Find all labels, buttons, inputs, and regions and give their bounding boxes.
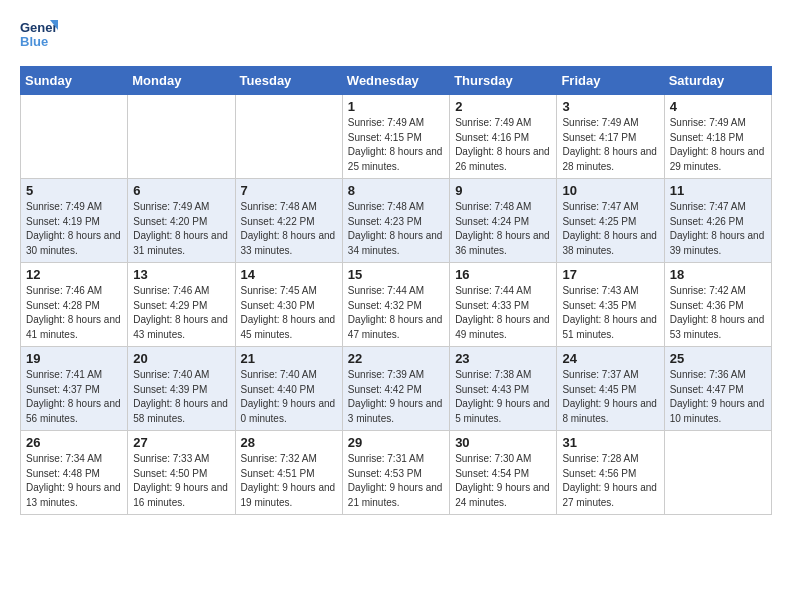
day-cell-12: 12Sunrise: 7:46 AM Sunset: 4:28 PM Dayli… [21,263,128,347]
day-number: 31 [562,435,658,450]
day-cell-10: 10Sunrise: 7:47 AM Sunset: 4:25 PM Dayli… [557,179,664,263]
weekday-header-row: SundayMondayTuesdayWednesdayThursdayFrid… [21,67,772,95]
day-info: Sunrise: 7:30 AM Sunset: 4:54 PM Dayligh… [455,452,551,510]
day-cell-21: 21Sunrise: 7:40 AM Sunset: 4:40 PM Dayli… [235,347,342,431]
day-number: 3 [562,99,658,114]
day-info: Sunrise: 7:43 AM Sunset: 4:35 PM Dayligh… [562,284,658,342]
logo-icon: General Blue [20,16,58,52]
day-info: Sunrise: 7:45 AM Sunset: 4:30 PM Dayligh… [241,284,337,342]
day-cell-28: 28Sunrise: 7:32 AM Sunset: 4:51 PM Dayli… [235,431,342,515]
weekday-tuesday: Tuesday [235,67,342,95]
empty-cell [21,95,128,179]
day-info: Sunrise: 7:48 AM Sunset: 4:23 PM Dayligh… [348,200,444,258]
day-cell-18: 18Sunrise: 7:42 AM Sunset: 4:36 PM Dayli… [664,263,771,347]
day-number: 10 [562,183,658,198]
day-cell-8: 8Sunrise: 7:48 AM Sunset: 4:23 PM Daylig… [342,179,449,263]
day-number: 15 [348,267,444,282]
day-cell-20: 20Sunrise: 7:40 AM Sunset: 4:39 PM Dayli… [128,347,235,431]
day-number: 9 [455,183,551,198]
empty-cell [235,95,342,179]
day-info: Sunrise: 7:48 AM Sunset: 4:24 PM Dayligh… [455,200,551,258]
day-number: 13 [133,267,229,282]
day-info: Sunrise: 7:49 AM Sunset: 4:20 PM Dayligh… [133,200,229,258]
week-row-3: 12Sunrise: 7:46 AM Sunset: 4:28 PM Dayli… [21,263,772,347]
day-number: 22 [348,351,444,366]
day-info: Sunrise: 7:39 AM Sunset: 4:42 PM Dayligh… [348,368,444,426]
day-cell-19: 19Sunrise: 7:41 AM Sunset: 4:37 PM Dayli… [21,347,128,431]
logo: General Blue [20,16,62,56]
day-info: Sunrise: 7:36 AM Sunset: 4:47 PM Dayligh… [670,368,766,426]
day-info: Sunrise: 7:49 AM Sunset: 4:18 PM Dayligh… [670,116,766,174]
day-number: 4 [670,99,766,114]
day-number: 27 [133,435,229,450]
day-info: Sunrise: 7:47 AM Sunset: 4:25 PM Dayligh… [562,200,658,258]
main-container: General Blue SundayMondayTuesdayWednesda… [0,0,792,531]
day-number: 30 [455,435,551,450]
day-cell-23: 23Sunrise: 7:38 AM Sunset: 4:43 PM Dayli… [450,347,557,431]
header-row: General Blue [20,16,772,56]
day-cell-30: 30Sunrise: 7:30 AM Sunset: 4:54 PM Dayli… [450,431,557,515]
day-cell-5: 5Sunrise: 7:49 AM Sunset: 4:19 PM Daylig… [21,179,128,263]
weekday-thursday: Thursday [450,67,557,95]
day-number: 20 [133,351,229,366]
day-info: Sunrise: 7:32 AM Sunset: 4:51 PM Dayligh… [241,452,337,510]
day-info: Sunrise: 7:34 AM Sunset: 4:48 PM Dayligh… [26,452,122,510]
day-cell-1: 1Sunrise: 7:49 AM Sunset: 4:15 PM Daylig… [342,95,449,179]
day-cell-14: 14Sunrise: 7:45 AM Sunset: 4:30 PM Dayli… [235,263,342,347]
day-info: Sunrise: 7:44 AM Sunset: 4:32 PM Dayligh… [348,284,444,342]
day-info: Sunrise: 7:47 AM Sunset: 4:26 PM Dayligh… [670,200,766,258]
empty-cell [664,431,771,515]
day-cell-7: 7Sunrise: 7:48 AM Sunset: 4:22 PM Daylig… [235,179,342,263]
day-number: 19 [26,351,122,366]
calendar-table: SundayMondayTuesdayWednesdayThursdayFrid… [20,66,772,515]
day-info: Sunrise: 7:49 AM Sunset: 4:19 PM Dayligh… [26,200,122,258]
day-number: 12 [26,267,122,282]
day-info: Sunrise: 7:46 AM Sunset: 4:28 PM Dayligh… [26,284,122,342]
day-info: Sunrise: 7:40 AM Sunset: 4:39 PM Dayligh… [133,368,229,426]
week-row-1: 1Sunrise: 7:49 AM Sunset: 4:15 PM Daylig… [21,95,772,179]
day-number: 7 [241,183,337,198]
weekday-saturday: Saturday [664,67,771,95]
day-number: 29 [348,435,444,450]
day-cell-29: 29Sunrise: 7:31 AM Sunset: 4:53 PM Dayli… [342,431,449,515]
day-info: Sunrise: 7:40 AM Sunset: 4:40 PM Dayligh… [241,368,337,426]
day-info: Sunrise: 7:31 AM Sunset: 4:53 PM Dayligh… [348,452,444,510]
week-row-4: 19Sunrise: 7:41 AM Sunset: 4:37 PM Dayli… [21,347,772,431]
day-number: 28 [241,435,337,450]
day-number: 8 [348,183,444,198]
weekday-friday: Friday [557,67,664,95]
day-number: 25 [670,351,766,366]
day-info: Sunrise: 7:49 AM Sunset: 4:17 PM Dayligh… [562,116,658,174]
day-cell-27: 27Sunrise: 7:33 AM Sunset: 4:50 PM Dayli… [128,431,235,515]
day-number: 1 [348,99,444,114]
day-info: Sunrise: 7:46 AM Sunset: 4:29 PM Dayligh… [133,284,229,342]
day-info: Sunrise: 7:41 AM Sunset: 4:37 PM Dayligh… [26,368,122,426]
day-cell-6: 6Sunrise: 7:49 AM Sunset: 4:20 PM Daylig… [128,179,235,263]
day-cell-11: 11Sunrise: 7:47 AM Sunset: 4:26 PM Dayli… [664,179,771,263]
day-cell-22: 22Sunrise: 7:39 AM Sunset: 4:42 PM Dayli… [342,347,449,431]
day-cell-9: 9Sunrise: 7:48 AM Sunset: 4:24 PM Daylig… [450,179,557,263]
day-number: 11 [670,183,766,198]
week-row-2: 5Sunrise: 7:49 AM Sunset: 4:19 PM Daylig… [21,179,772,263]
day-number: 5 [26,183,122,198]
day-number: 24 [562,351,658,366]
day-info: Sunrise: 7:44 AM Sunset: 4:33 PM Dayligh… [455,284,551,342]
day-cell-13: 13Sunrise: 7:46 AM Sunset: 4:29 PM Dayli… [128,263,235,347]
day-info: Sunrise: 7:48 AM Sunset: 4:22 PM Dayligh… [241,200,337,258]
day-cell-16: 16Sunrise: 7:44 AM Sunset: 4:33 PM Dayli… [450,263,557,347]
day-cell-17: 17Sunrise: 7:43 AM Sunset: 4:35 PM Dayli… [557,263,664,347]
day-number: 26 [26,435,122,450]
day-cell-3: 3Sunrise: 7:49 AM Sunset: 4:17 PM Daylig… [557,95,664,179]
empty-cell [128,95,235,179]
day-cell-24: 24Sunrise: 7:37 AM Sunset: 4:45 PM Dayli… [557,347,664,431]
week-row-5: 26Sunrise: 7:34 AM Sunset: 4:48 PM Dayli… [21,431,772,515]
day-info: Sunrise: 7:37 AM Sunset: 4:45 PM Dayligh… [562,368,658,426]
weekday-sunday: Sunday [21,67,128,95]
day-number: 17 [562,267,658,282]
day-cell-26: 26Sunrise: 7:34 AM Sunset: 4:48 PM Dayli… [21,431,128,515]
day-number: 2 [455,99,551,114]
day-cell-2: 2Sunrise: 7:49 AM Sunset: 4:16 PM Daylig… [450,95,557,179]
day-info: Sunrise: 7:42 AM Sunset: 4:36 PM Dayligh… [670,284,766,342]
weekday-wednesday: Wednesday [342,67,449,95]
day-number: 16 [455,267,551,282]
